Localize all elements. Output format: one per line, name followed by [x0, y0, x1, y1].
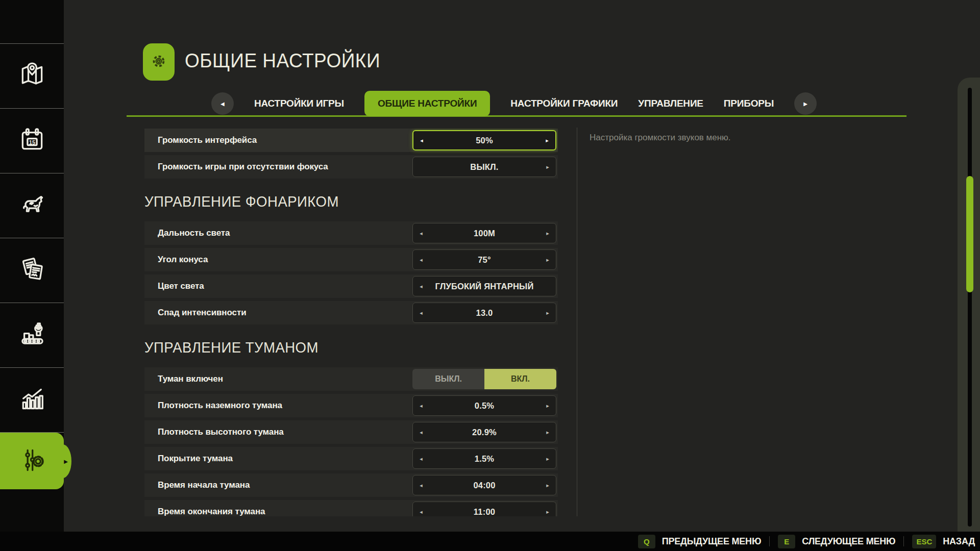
- sidebar-item-settings[interactable]: ▶: [0, 433, 64, 489]
- setting-value: 04:00: [424, 481, 545, 490]
- page-title: ОБЩИЕ НАСТРОЙКИ: [185, 49, 380, 72]
- arrow-right-icon[interactable]: ▸: [544, 137, 550, 144]
- key-badge-esc: ESC: [912, 535, 936, 548]
- high-fog-density-selector[interactable]: ◂ 20.9% ▸: [412, 422, 556, 442]
- arrow-left-icon[interactable]: ◂: [418, 230, 424, 237]
- toggle-on-option[interactable]: ВКЛ.: [484, 369, 556, 389]
- setting-label: Плотность наземного тумана: [158, 400, 282, 411]
- setting-label: Покрытие тумана: [158, 454, 233, 464]
- sidebar-item-statistics[interactable]: [0, 368, 64, 433]
- row-fog-start-time: Время начала тумана ◂ 04:00 ▸: [144, 473, 558, 497]
- fog-start-time-selector[interactable]: ◂ 04:00 ▸: [412, 475, 556, 495]
- arrow-right-icon[interactable]: ▸: [545, 429, 551, 436]
- arrow-left-icon[interactable]: ◂: [418, 429, 424, 436]
- key-badge-e: E: [778, 535, 795, 548]
- row-fog-enabled: Туман включен ВЫКЛ. ВКЛ.: [144, 367, 558, 391]
- setting-value: 75°: [424, 255, 545, 265]
- setting-label: Туман включен: [158, 374, 223, 384]
- section-title: УПРАВЛЕНИЕ ФОНАРИКОМ: [144, 193, 339, 210]
- arrow-right-icon[interactable]: ▸: [545, 310, 551, 316]
- active-tab-bump: [54, 444, 71, 478]
- footer-separator: [769, 536, 770, 546]
- sidebar-item-contracts[interactable]: [0, 238, 64, 303]
- arrow-right-icon[interactable]: ▸: [545, 403, 551, 409]
- setting-label: Дальность света: [158, 228, 230, 238]
- tabs-next-button[interactable]: ▶: [794, 92, 817, 115]
- bar-chart-icon: [18, 385, 46, 415]
- arrow-right-icon[interactable]: ▸: [545, 456, 551, 462]
- light-color-selector[interactable]: ◂ ГЛУБОКИЙ ЯНТАРНЫЙ ▸: [412, 276, 556, 296]
- unfocused-volume-selector[interactable]: ◂ ВЫКЛ. ▸: [412, 157, 556, 177]
- tooltip-divider: [577, 128, 577, 516]
- scrollbar-track[interactable]: [968, 88, 972, 527]
- page-title-icon-badge: [143, 43, 175, 81]
- light-distance-selector[interactable]: ◂ 100М ▸: [412, 223, 556, 243]
- row-interface-volume: Громкость интерфейса ◂ 50% ▸: [144, 129, 558, 152]
- setting-value: 100М: [424, 229, 545, 238]
- setting-value: 20.9%: [424, 428, 545, 437]
- tab-controls[interactable]: УПРАВЛЕНИЕ: [638, 98, 703, 109]
- setting-label: Громкость игры при отсутствии фокуса: [158, 162, 328, 172]
- arrow-left-icon[interactable]: ◂: [419, 137, 425, 144]
- fog-coverage-selector[interactable]: ◂ 1.5% ▸: [412, 448, 556, 469]
- hint-label: СЛЕДУЮЩЕЕ МЕНЮ: [802, 536, 895, 547]
- tab-graphics-settings[interactable]: НАСТРОЙКИ ГРАФИКИ: [510, 98, 618, 109]
- sidebar-spacer: [0, 0, 64, 44]
- chevron-right-icon: ▶: [803, 101, 807, 107]
- arrow-right-icon[interactable]: ▸: [545, 230, 551, 237]
- row-light-color: Цвет света ◂ ГЛУБОКИЙ ЯНТАРНЫЙ ▸: [144, 274, 558, 298]
- arrow-left-icon[interactable]: ◂: [418, 283, 424, 290]
- arrow-left-icon[interactable]: ◂: [418, 509, 424, 515]
- tab-general-settings[interactable]: ОБЩИЕ НАСТРОЙКИ: [364, 91, 490, 116]
- hint-next-menu[interactable]: E СЛЕДУЮЩЕЕ МЕНЮ: [778, 535, 895, 548]
- arrow-right-icon[interactable]: ▸: [545, 257, 551, 263]
- key-badge-q: Q: [638, 535, 655, 548]
- hint-previous-menu[interactable]: Q ПРЕДЫДУЩЕЕ МЕНЮ: [638, 535, 762, 548]
- row-fog-coverage: Покрытие тумана ◂ 1.5% ▸: [144, 447, 558, 470]
- footer-separator: [903, 536, 904, 546]
- active-marker-icon: ▶: [64, 458, 68, 464]
- hint-back[interactable]: ESC НАЗАД: [912, 535, 975, 548]
- chevron-left-icon: ◀: [220, 101, 225, 107]
- arrow-right-icon[interactable]: ▸: [545, 509, 551, 515]
- row-ground-fog-density: Плотность наземного тумана ◂ 0.5% ▸: [144, 394, 558, 417]
- sidebar-item-calendar[interactable]: 15: [0, 109, 64, 173]
- gear-icon: [148, 51, 169, 74]
- cow-icon: [18, 190, 46, 221]
- setting-label: Время окончания тумана: [158, 507, 265, 516]
- row-cone-angle: Угол конуса ◂ 75° ▸: [144, 248, 558, 271]
- tab-devices[interactable]: ПРИБОРЫ: [724, 98, 774, 109]
- setting-value: 11:00: [424, 507, 545, 517]
- intensity-falloff-selector[interactable]: ◂ 13.0 ▸: [412, 303, 556, 323]
- tab-game-settings[interactable]: НАСТРОЙКИ ИГРЫ: [254, 98, 344, 109]
- sidebar-item-map[interactable]: [0, 44, 64, 109]
- section-fog-control: УПРАВЛЕНИЕ ТУМАНОМ: [144, 328, 558, 367]
- arrow-right-icon[interactable]: ▸: [545, 482, 551, 489]
- interface-volume-selector[interactable]: ◂ 50% ▸: [412, 130, 556, 151]
- row-intensity-falloff: Спад интенсивности ◂ 13.0 ▸: [144, 301, 558, 324]
- toggle-off-option[interactable]: ВЫКЛ.: [412, 369, 484, 389]
- arrow-left-icon[interactable]: ◂: [418, 310, 424, 316]
- setting-value: 13.0: [424, 308, 545, 318]
- row-fog-end-time: Время окончания тумана ◂ 11:00 ▸: [144, 500, 558, 516]
- hint-label: ПРЕДЫДУЩЕЕ МЕНЮ: [662, 536, 762, 547]
- settings-list: Громкость интерфейса ◂ 50% ▸ Громкость и…: [144, 129, 558, 516]
- scrollbar-thumb[interactable]: [966, 176, 973, 292]
- tabs-prev-button[interactable]: ◀: [211, 92, 234, 115]
- sidebar-item-production[interactable]: [0, 303, 64, 368]
- arrow-left-icon[interactable]: ◂: [418, 403, 424, 409]
- setting-value: 1.5%: [424, 454, 545, 464]
- arrow-left-icon[interactable]: ◂: [418, 257, 424, 263]
- arrow-left-icon[interactable]: ◂: [418, 456, 424, 462]
- sidebar: 15: [0, 0, 64, 532]
- setting-label: Плотность высотного тумана: [158, 427, 284, 437]
- fog-end-time-selector[interactable]: ◂ 11:00 ▸: [412, 502, 556, 516]
- sidebar-item-animals[interactable]: [0, 173, 64, 238]
- tab-bar: ◀ НАСТРОЙКИ ИГРЫ ОБЩИЕ НАСТРОЙКИ НАСТРОЙ…: [153, 91, 875, 116]
- cone-angle-selector[interactable]: ◂ 75° ▸: [412, 249, 556, 270]
- setting-tooltip: Настройка громкости звуков меню.: [590, 133, 916, 143]
- arrow-left-icon[interactable]: ◂: [418, 482, 424, 489]
- ground-fog-density-selector[interactable]: ◂ 0.5% ▸: [412, 395, 556, 416]
- arrow-right-icon[interactable]: ▸: [545, 164, 551, 170]
- setting-label: Время начала тумана: [158, 480, 250, 490]
